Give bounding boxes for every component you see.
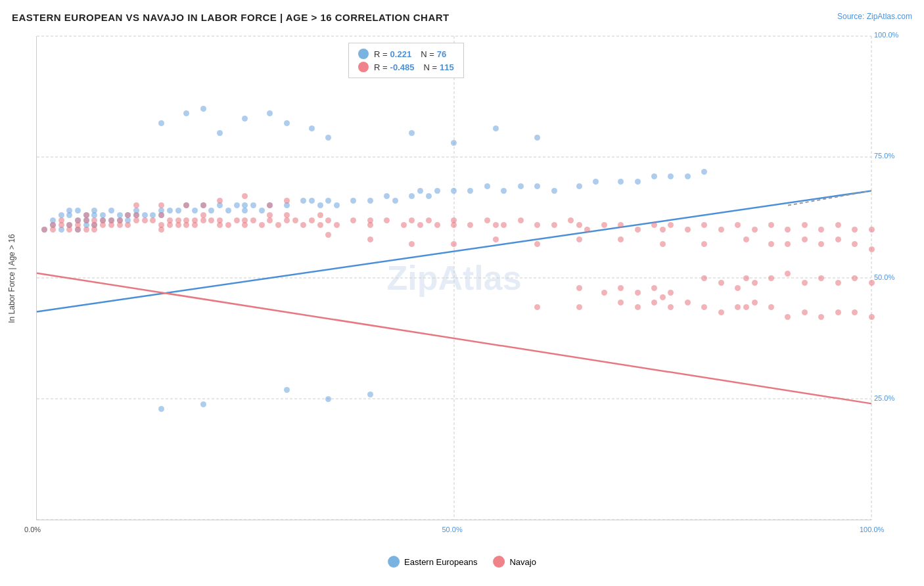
data-point: [142, 217, 148, 223]
data-point: [217, 217, 223, 223]
data-point: [200, 106, 206, 112]
data-point: [534, 183, 540, 189]
data-point: [635, 227, 641, 233]
data-point: [83, 227, 89, 233]
data-point: [785, 271, 791, 277]
data-point: [685, 300, 691, 305]
data-point: [735, 222, 741, 228]
eastern-europeans-swatch: [358, 49, 369, 59]
data-point: [309, 198, 315, 204]
legend-navajo-n-value: 115: [440, 62, 454, 72]
x-tick-label: 100.0%: [860, 526, 884, 533]
data-point: [651, 222, 657, 228]
data-point: [835, 280, 841, 286]
data-point: [568, 217, 574, 223]
data-point: [635, 290, 641, 296]
data-point: [334, 222, 340, 228]
data-point: [150, 217, 156, 223]
y-tick-label: 100.0%: [874, 31, 898, 39]
legend-eastern-n-label: N =: [421, 49, 434, 59]
data-point: [752, 227, 758, 233]
data-point: [58, 217, 64, 223]
data-point: [200, 212, 206, 218]
data-point: [367, 217, 373, 223]
data-point: [175, 208, 181, 214]
chart-title: EASTERN EUROPEAN VS NAVAJO IN LABOR FORC…: [12, 12, 450, 23]
x-tick-label: 0.0%: [24, 526, 41, 533]
data-point: [551, 222, 557, 228]
y-tick-label: 25.0%: [874, 394, 894, 402]
data-point: [618, 285, 624, 291]
data-point: [325, 232, 331, 238]
data-point: [651, 285, 657, 291]
y-tick-label: 50.0%: [874, 273, 894, 281]
data-point: [309, 217, 315, 223]
y-axis-label: In Labor Force | Age > 16: [7, 234, 16, 323]
data-point: [167, 208, 173, 214]
data-point: [426, 217, 432, 223]
data-point: [752, 300, 758, 305]
data-point: [743, 275, 749, 281]
data-point: [367, 392, 373, 397]
data-point: [593, 179, 599, 185]
data-point: [317, 212, 323, 218]
data-point: [242, 116, 248, 122]
chart-container: EASTERN EUROPEAN VS NAVAJO IN LABOR FORC…: [0, 0, 924, 586]
data-point: [451, 222, 457, 228]
bottom-navajo-label: Navajo: [509, 557, 536, 567]
data-point: [835, 222, 841, 228]
legend-eastern-r-label: R =: [374, 49, 388, 59]
data-point: [802, 222, 808, 228]
x-tick-label: 50.0%: [442, 526, 463, 533]
data-point: [284, 212, 290, 218]
data-point: [200, 401, 206, 407]
data-point: [869, 280, 875, 286]
data-point: [743, 304, 749, 310]
data-point: [493, 237, 499, 242]
source-label: Source: ZipAtlas.com: [837, 12, 912, 21]
data-point: [183, 217, 189, 223]
data-point: [325, 217, 331, 223]
data-point: [635, 304, 641, 310]
data-point: [367, 237, 373, 242]
data-point: [292, 217, 298, 223]
data-point: [576, 237, 582, 242]
data-point: [752, 280, 758, 286]
data-point: [869, 227, 875, 233]
data-point: [100, 217, 106, 223]
data-point: [451, 140, 457, 146]
data-point: [576, 285, 582, 291]
data-point: [384, 193, 390, 199]
data-point: [869, 246, 875, 252]
data-point: [802, 309, 808, 315]
bottom-eastern-swatch: [388, 556, 400, 568]
data-point: [484, 217, 490, 223]
data-point: [576, 183, 582, 189]
data-point: [225, 208, 231, 214]
data-point: [409, 217, 415, 223]
svg-line-8: [788, 191, 871, 206]
legend-navajo-n-label: N =: [423, 62, 437, 72]
data-point: [192, 208, 198, 214]
data-point: [651, 300, 657, 305]
legend-row-navajo: R = -0.485 N = 115: [358, 62, 454, 72]
bottom-navajo-swatch: [493, 556, 505, 568]
data-point: [284, 198, 290, 204]
data-point: [484, 183, 490, 189]
data-point: [802, 237, 808, 242]
data-point: [743, 237, 749, 242]
data-point: [852, 309, 858, 315]
data-point: [768, 275, 774, 281]
data-point: [601, 290, 607, 296]
legend-eastern-r-value: 0.221: [390, 49, 412, 59]
data-point: [417, 222, 423, 228]
svg-line-9: [37, 273, 871, 404]
data-point: [534, 222, 540, 228]
data-point: [225, 222, 231, 228]
data-point: [618, 300, 624, 305]
data-point: [601, 222, 607, 228]
data-point: [718, 309, 724, 315]
data-point: [518, 217, 524, 223]
legend-box: R = 0.221 N = 76 R = -0.485 N = 115: [348, 43, 464, 78]
data-point: [493, 222, 499, 228]
